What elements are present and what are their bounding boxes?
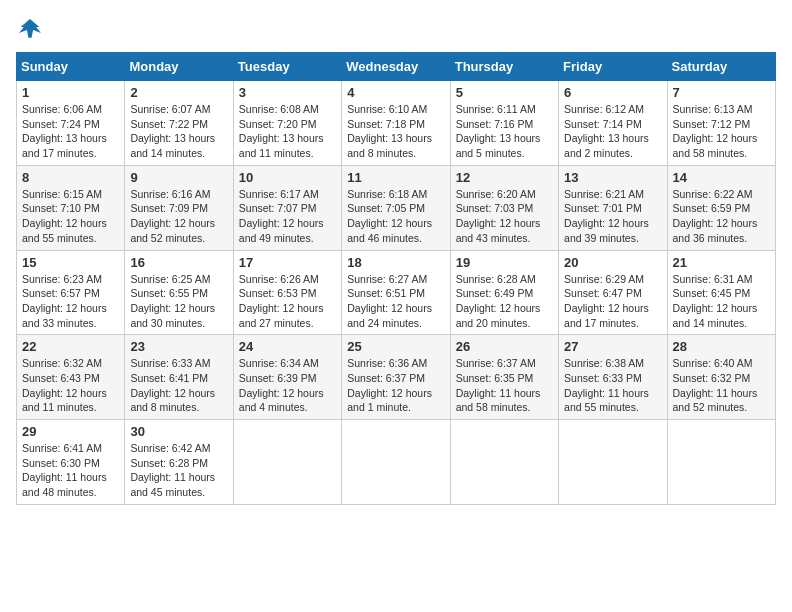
cell-info: Sunrise: 6:37 AMSunset: 6:35 PMDaylight:… xyxy=(456,357,541,413)
calendar-cell: 23 Sunrise: 6:33 AMSunset: 6:41 PMDaylig… xyxy=(125,335,233,420)
header xyxy=(16,16,776,44)
cell-info: Sunrise: 6:21 AMSunset: 7:01 PMDaylight:… xyxy=(564,188,649,244)
day-number: 24 xyxy=(239,339,336,354)
cell-info: Sunrise: 6:29 AMSunset: 6:47 PMDaylight:… xyxy=(564,273,649,329)
cell-info: Sunrise: 6:13 AMSunset: 7:12 PMDaylight:… xyxy=(673,103,758,159)
calendar-cell xyxy=(450,420,558,505)
cell-info: Sunrise: 6:28 AMSunset: 6:49 PMDaylight:… xyxy=(456,273,541,329)
calendar-cell: 4 Sunrise: 6:10 AMSunset: 7:18 PMDayligh… xyxy=(342,81,450,166)
calendar-cell: 14 Sunrise: 6:22 AMSunset: 6:59 PMDaylig… xyxy=(667,165,775,250)
cell-info: Sunrise: 6:17 AMSunset: 7:07 PMDaylight:… xyxy=(239,188,324,244)
day-number: 5 xyxy=(456,85,553,100)
weekday-header-tuesday: Tuesday xyxy=(233,53,341,81)
weekday-header-friday: Friday xyxy=(559,53,667,81)
calendar-cell: 10 Sunrise: 6:17 AMSunset: 7:07 PMDaylig… xyxy=(233,165,341,250)
day-number: 2 xyxy=(130,85,227,100)
day-number: 1 xyxy=(22,85,119,100)
cell-info: Sunrise: 6:10 AMSunset: 7:18 PMDaylight:… xyxy=(347,103,432,159)
calendar-cell xyxy=(233,420,341,505)
calendar-cell xyxy=(667,420,775,505)
day-number: 12 xyxy=(456,170,553,185)
calendar-cell: 30 Sunrise: 6:42 AMSunset: 6:28 PMDaylig… xyxy=(125,420,233,505)
cell-info: Sunrise: 6:26 AMSunset: 6:53 PMDaylight:… xyxy=(239,273,324,329)
calendar-cell: 8 Sunrise: 6:15 AMSunset: 7:10 PMDayligh… xyxy=(17,165,125,250)
cell-info: Sunrise: 6:40 AMSunset: 6:32 PMDaylight:… xyxy=(673,357,758,413)
day-number: 19 xyxy=(456,255,553,270)
day-number: 14 xyxy=(673,170,770,185)
svg-marker-0 xyxy=(19,19,41,38)
day-number: 30 xyxy=(130,424,227,439)
day-number: 3 xyxy=(239,85,336,100)
day-number: 11 xyxy=(347,170,444,185)
cell-info: Sunrise: 6:41 AMSunset: 6:30 PMDaylight:… xyxy=(22,442,107,498)
calendar-cell: 29 Sunrise: 6:41 AMSunset: 6:30 PMDaylig… xyxy=(17,420,125,505)
cell-info: Sunrise: 6:16 AMSunset: 7:09 PMDaylight:… xyxy=(130,188,215,244)
day-number: 9 xyxy=(130,170,227,185)
cell-info: Sunrise: 6:34 AMSunset: 6:39 PMDaylight:… xyxy=(239,357,324,413)
day-number: 28 xyxy=(673,339,770,354)
calendar-cell: 20 Sunrise: 6:29 AMSunset: 6:47 PMDaylig… xyxy=(559,250,667,335)
calendar-cell: 11 Sunrise: 6:18 AMSunset: 7:05 PMDaylig… xyxy=(342,165,450,250)
calendar-cell: 22 Sunrise: 6:32 AMSunset: 6:43 PMDaylig… xyxy=(17,335,125,420)
cell-info: Sunrise: 6:18 AMSunset: 7:05 PMDaylight:… xyxy=(347,188,432,244)
calendar-cell xyxy=(559,420,667,505)
cell-info: Sunrise: 6:06 AMSunset: 7:24 PMDaylight:… xyxy=(22,103,107,159)
calendar-cell xyxy=(342,420,450,505)
day-number: 15 xyxy=(22,255,119,270)
day-number: 16 xyxy=(130,255,227,270)
day-number: 20 xyxy=(564,255,661,270)
calendar-cell: 3 Sunrise: 6:08 AMSunset: 7:20 PMDayligh… xyxy=(233,81,341,166)
calendar-cell: 21 Sunrise: 6:31 AMSunset: 6:45 PMDaylig… xyxy=(667,250,775,335)
logo-icon xyxy=(16,16,44,44)
cell-info: Sunrise: 6:36 AMSunset: 6:37 PMDaylight:… xyxy=(347,357,432,413)
calendar-cell: 7 Sunrise: 6:13 AMSunset: 7:12 PMDayligh… xyxy=(667,81,775,166)
calendar-cell: 24 Sunrise: 6:34 AMSunset: 6:39 PMDaylig… xyxy=(233,335,341,420)
cell-info: Sunrise: 6:42 AMSunset: 6:28 PMDaylight:… xyxy=(130,442,215,498)
cell-info: Sunrise: 6:08 AMSunset: 7:20 PMDaylight:… xyxy=(239,103,324,159)
weekday-header-thursday: Thursday xyxy=(450,53,558,81)
cell-info: Sunrise: 6:38 AMSunset: 6:33 PMDaylight:… xyxy=(564,357,649,413)
day-number: 26 xyxy=(456,339,553,354)
calendar-cell: 1 Sunrise: 6:06 AMSunset: 7:24 PMDayligh… xyxy=(17,81,125,166)
calendar-cell: 5 Sunrise: 6:11 AMSunset: 7:16 PMDayligh… xyxy=(450,81,558,166)
cell-info: Sunrise: 6:25 AMSunset: 6:55 PMDaylight:… xyxy=(130,273,215,329)
calendar-cell: 27 Sunrise: 6:38 AMSunset: 6:33 PMDaylig… xyxy=(559,335,667,420)
day-number: 7 xyxy=(673,85,770,100)
day-number: 6 xyxy=(564,85,661,100)
weekday-header-wednesday: Wednesday xyxy=(342,53,450,81)
day-number: 10 xyxy=(239,170,336,185)
day-number: 22 xyxy=(22,339,119,354)
calendar-cell: 18 Sunrise: 6:27 AMSunset: 6:51 PMDaylig… xyxy=(342,250,450,335)
calendar-cell: 25 Sunrise: 6:36 AMSunset: 6:37 PMDaylig… xyxy=(342,335,450,420)
weekday-header-sunday: Sunday xyxy=(17,53,125,81)
day-number: 13 xyxy=(564,170,661,185)
cell-info: Sunrise: 6:32 AMSunset: 6:43 PMDaylight:… xyxy=(22,357,107,413)
cell-info: Sunrise: 6:15 AMSunset: 7:10 PMDaylight:… xyxy=(22,188,107,244)
cell-info: Sunrise: 6:33 AMSunset: 6:41 PMDaylight:… xyxy=(130,357,215,413)
calendar-cell: 28 Sunrise: 6:40 AMSunset: 6:32 PMDaylig… xyxy=(667,335,775,420)
weekday-header-monday: Monday xyxy=(125,53,233,81)
day-number: 29 xyxy=(22,424,119,439)
logo xyxy=(16,16,48,44)
calendar-cell: 17 Sunrise: 6:26 AMSunset: 6:53 PMDaylig… xyxy=(233,250,341,335)
cell-info: Sunrise: 6:20 AMSunset: 7:03 PMDaylight:… xyxy=(456,188,541,244)
day-number: 17 xyxy=(239,255,336,270)
day-number: 4 xyxy=(347,85,444,100)
cell-info: Sunrise: 6:27 AMSunset: 6:51 PMDaylight:… xyxy=(347,273,432,329)
day-number: 25 xyxy=(347,339,444,354)
cell-info: Sunrise: 6:11 AMSunset: 7:16 PMDaylight:… xyxy=(456,103,541,159)
calendar-cell: 13 Sunrise: 6:21 AMSunset: 7:01 PMDaylig… xyxy=(559,165,667,250)
calendar-cell: 16 Sunrise: 6:25 AMSunset: 6:55 PMDaylig… xyxy=(125,250,233,335)
calendar-cell: 6 Sunrise: 6:12 AMSunset: 7:14 PMDayligh… xyxy=(559,81,667,166)
calendar-cell: 2 Sunrise: 6:07 AMSunset: 7:22 PMDayligh… xyxy=(125,81,233,166)
calendar-cell: 19 Sunrise: 6:28 AMSunset: 6:49 PMDaylig… xyxy=(450,250,558,335)
day-number: 18 xyxy=(347,255,444,270)
cell-info: Sunrise: 6:23 AMSunset: 6:57 PMDaylight:… xyxy=(22,273,107,329)
day-number: 8 xyxy=(22,170,119,185)
calendar-cell: 26 Sunrise: 6:37 AMSunset: 6:35 PMDaylig… xyxy=(450,335,558,420)
calendar-cell: 12 Sunrise: 6:20 AMSunset: 7:03 PMDaylig… xyxy=(450,165,558,250)
calendar-cell: 15 Sunrise: 6:23 AMSunset: 6:57 PMDaylig… xyxy=(17,250,125,335)
calendar-cell: 9 Sunrise: 6:16 AMSunset: 7:09 PMDayligh… xyxy=(125,165,233,250)
day-number: 23 xyxy=(130,339,227,354)
cell-info: Sunrise: 6:31 AMSunset: 6:45 PMDaylight:… xyxy=(673,273,758,329)
